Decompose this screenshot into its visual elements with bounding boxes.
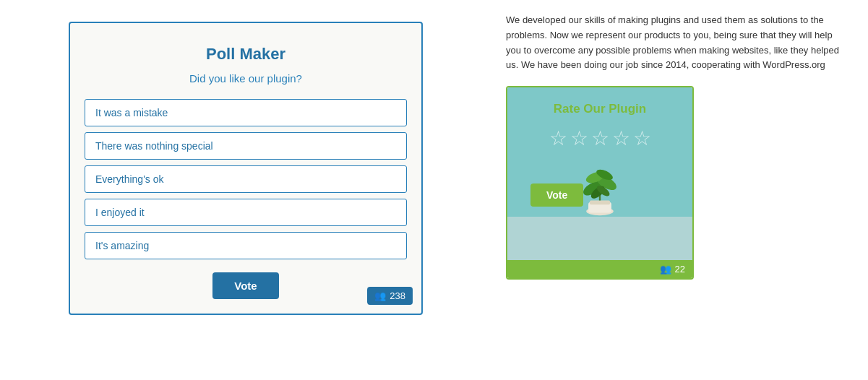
star-5[interactable]: ☆ [633, 126, 651, 150]
rate-count-number: 22 [675, 264, 685, 275]
vote-count-number: 238 [390, 290, 405, 301]
rate-widget-bottom [507, 217, 692, 260]
vote-button[interactable]: Vote [212, 272, 278, 299]
rate-title: Rate Our Plugin [519, 102, 681, 116]
poll-container: Poll Maker Did you like our plugin? It w… [69, 22, 423, 315]
poll-option-5[interactable]: It's amazing [85, 232, 407, 259]
plant-area: Vote [519, 159, 681, 217]
star-4[interactable]: ☆ [612, 126, 630, 150]
svg-rect-2 [590, 201, 610, 205]
poll-option-1[interactable]: It was a mistake [85, 99, 407, 126]
stars-row: ☆☆☆☆☆ [519, 126, 681, 150]
star-2[interactable]: ☆ [570, 126, 588, 150]
poll-question: Did you like our plugin? [85, 72, 407, 85]
poll-title: Poll Maker [85, 45, 407, 64]
vote-count-badge: 👥 238 [367, 287, 413, 305]
rate-widget-inner: Rate Our Plugin ☆☆☆☆☆ Vote [507, 87, 692, 217]
rate-widget: Rate Our Plugin ☆☆☆☆☆ Vote [506, 86, 694, 280]
description-text: We developed our skills of making plugin… [506, 13, 846, 73]
poll-option-2[interactable]: There was nothing special [85, 132, 407, 160]
rate-count-badge: 👥 22 [507, 260, 692, 278]
poll-option-3[interactable]: Everything's ok [85, 165, 407, 193]
rate-people-icon: 👥 [660, 264, 671, 275]
star-3[interactable]: ☆ [591, 126, 609, 150]
left-panel: Poll Maker Did you like our plugin? It w… [0, 0, 491, 380]
poll-option-4[interactable]: I enjoyed it [85, 199, 407, 226]
people-icon: 👥 [374, 290, 386, 301]
poll-options-list: It was a mistakeThere was nothing specia… [85, 99, 407, 259]
rate-vote-button[interactable]: Vote [530, 183, 583, 207]
star-1[interactable]: ☆ [549, 126, 567, 150]
right-panel: We developed our skills of making plugin… [491, 0, 868, 380]
